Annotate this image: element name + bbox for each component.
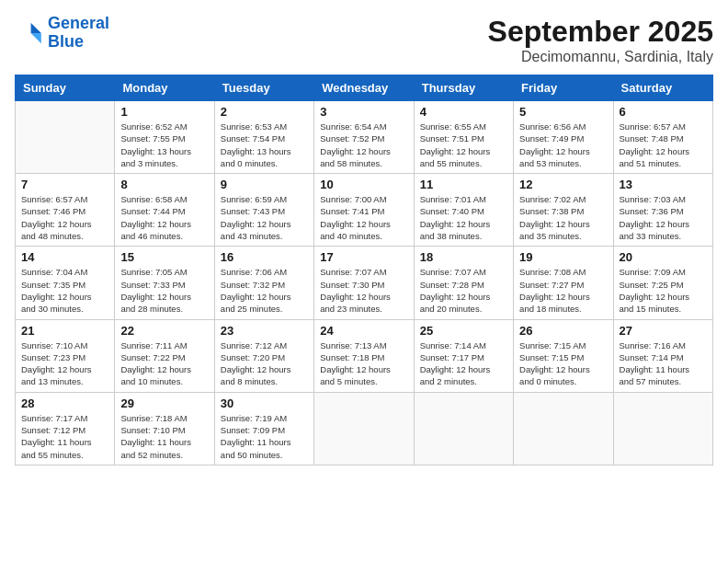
calendar-cell: 12Sunrise: 7:02 AM Sunset: 7:38 PM Dayli… (514, 174, 613, 247)
day-number: 11 (420, 178, 507, 191)
location: Decimomannu, Sardinia, Italy (488, 49, 713, 65)
calendar-cell: 10Sunrise: 7:00 AM Sunset: 7:41 PM Dayli… (314, 174, 414, 247)
cell-info: Sunrise: 6:58 AM Sunset: 7:44 PM Dayligh… (120, 193, 208, 242)
day-number: 25 (420, 324, 507, 338)
calendar-cell: 28Sunrise: 7:17 AM Sunset: 7:12 PM Dayli… (16, 392, 115, 465)
weekday-header: Sunday (16, 75, 115, 101)
day-number: 20 (620, 250, 707, 264)
calendar-cell: 2Sunrise: 6:53 AM Sunset: 7:54 PM Daylig… (214, 101, 313, 174)
cell-info: Sunrise: 7:02 AM Sunset: 7:38 PM Dayligh… (519, 193, 607, 242)
page-header: General Blue September 2025 Decimomannu,… (15, 15, 713, 65)
weekday-header-row: SundayMondayTuesdayWednesdayThursdayFrid… (16, 75, 713, 101)
title-block: September 2025 Decimomannu, Sardinia, It… (488, 15, 713, 65)
cell-info: Sunrise: 6:56 AM Sunset: 7:49 PM Dayligh… (519, 121, 607, 169)
calendar-cell: 14Sunrise: 7:04 AM Sunset: 7:35 PM Dayli… (16, 247, 115, 319)
cell-info: Sunrise: 6:57 AM Sunset: 7:48 PM Dayligh… (620, 121, 707, 169)
day-number: 24 (320, 324, 407, 338)
day-number: 18 (420, 250, 507, 264)
calendar-cell: 29Sunrise: 7:18 AM Sunset: 7:10 PM Dayli… (115, 392, 214, 465)
cell-info: Sunrise: 7:07 AM Sunset: 7:28 PM Dayligh… (420, 266, 507, 315)
day-number: 3 (320, 105, 407, 119)
weekday-header: Saturday (613, 75, 712, 101)
day-number: 19 (519, 250, 607, 264)
day-number: 26 (519, 324, 607, 338)
day-number: 9 (221, 178, 308, 191)
logo-icon (15, 18, 44, 48)
cell-info: Sunrise: 7:05 AM Sunset: 7:33 PM Dayligh… (120, 266, 208, 315)
svg-marker-1 (31, 33, 41, 43)
cell-info: Sunrise: 7:14 AM Sunset: 7:17 PM Dayligh… (420, 339, 507, 388)
day-number: 7 (21, 178, 108, 191)
calendar-cell: 4Sunrise: 6:55 AM Sunset: 7:51 PM Daylig… (414, 101, 513, 174)
weekday-header: Wednesday (314, 75, 414, 101)
calendar-cell: 6Sunrise: 6:57 AM Sunset: 7:48 PM Daylig… (613, 101, 712, 174)
cell-info: Sunrise: 7:12 AM Sunset: 7:20 PM Dayligh… (221, 339, 308, 388)
calendar-cell: 20Sunrise: 7:09 AM Sunset: 7:25 PM Dayli… (613, 247, 712, 319)
cell-info: Sunrise: 7:15 AM Sunset: 7:15 PM Dayligh… (519, 339, 607, 388)
day-number: 14 (21, 250, 108, 264)
calendar-cell: 18Sunrise: 7:07 AM Sunset: 7:28 PM Dayli… (414, 247, 513, 319)
cell-info: Sunrise: 7:03 AM Sunset: 7:36 PM Dayligh… (620, 193, 707, 242)
calendar-cell: 21Sunrise: 7:10 AM Sunset: 7:23 PM Dayli… (16, 319, 115, 392)
calendar-cell (414, 392, 513, 465)
day-number: 23 (221, 324, 308, 338)
day-number: 30 (221, 396, 308, 410)
calendar-cell: 25Sunrise: 7:14 AM Sunset: 7:17 PM Dayli… (414, 319, 513, 392)
cell-info: Sunrise: 7:17 AM Sunset: 7:12 PM Dayligh… (21, 412, 108, 461)
calendar-cell (514, 392, 613, 465)
day-number: 12 (519, 178, 607, 191)
logo: General Blue (15, 15, 109, 52)
cell-info: Sunrise: 6:57 AM Sunset: 7:46 PM Dayligh… (21, 193, 108, 242)
cell-info: Sunrise: 6:59 AM Sunset: 7:43 PM Dayligh… (221, 193, 308, 242)
calendar-week-row: 28Sunrise: 7:17 AM Sunset: 7:12 PM Dayli… (16, 392, 713, 465)
calendar-cell: 5Sunrise: 6:56 AM Sunset: 7:49 PM Daylig… (514, 101, 613, 174)
day-number: 8 (120, 178, 208, 191)
calendar-cell: 30Sunrise: 7:19 AM Sunset: 7:09 PM Dayli… (214, 392, 313, 465)
day-number: 27 (620, 324, 707, 338)
calendar-cell (16, 101, 115, 174)
cell-info: Sunrise: 7:04 AM Sunset: 7:35 PM Dayligh… (21, 266, 108, 315)
day-number: 16 (221, 250, 308, 264)
cell-info: Sunrise: 7:00 AM Sunset: 7:41 PM Dayligh… (320, 193, 407, 242)
calendar-cell: 22Sunrise: 7:11 AM Sunset: 7:22 PM Dayli… (115, 319, 214, 392)
calendar-week-row: 14Sunrise: 7:04 AM Sunset: 7:35 PM Dayli… (16, 247, 713, 319)
calendar-week-row: 21Sunrise: 7:10 AM Sunset: 7:23 PM Dayli… (16, 319, 713, 392)
cell-info: Sunrise: 7:13 AM Sunset: 7:18 PM Dayligh… (320, 339, 407, 388)
calendar-cell (314, 392, 414, 465)
day-number: 5 (519, 105, 607, 119)
day-number: 15 (120, 250, 208, 264)
weekday-header: Thursday (414, 75, 513, 101)
cell-info: Sunrise: 6:54 AM Sunset: 7:52 PM Dayligh… (320, 121, 407, 169)
month-title: September 2025 (488, 15, 713, 49)
cell-info: Sunrise: 7:11 AM Sunset: 7:22 PM Dayligh… (120, 339, 208, 388)
cell-info: Sunrise: 7:19 AM Sunset: 7:09 PM Dayligh… (221, 412, 308, 461)
weekday-header: Monday (115, 75, 214, 101)
calendar-cell: 19Sunrise: 7:08 AM Sunset: 7:27 PM Dayli… (514, 247, 613, 319)
day-number: 4 (420, 105, 507, 119)
calendar-week-row: 1Sunrise: 6:52 AM Sunset: 7:55 PM Daylig… (16, 101, 713, 174)
svg-marker-0 (31, 23, 41, 33)
day-number: 13 (620, 178, 707, 191)
cell-info: Sunrise: 7:01 AM Sunset: 7:40 PM Dayligh… (420, 193, 507, 242)
calendar-cell: 26Sunrise: 7:15 AM Sunset: 7:15 PM Dayli… (514, 319, 613, 392)
calendar-cell: 23Sunrise: 7:12 AM Sunset: 7:20 PM Dayli… (214, 319, 313, 392)
day-number: 6 (620, 105, 707, 119)
day-number: 22 (120, 324, 208, 338)
weekday-header: Friday (514, 75, 613, 101)
cell-info: Sunrise: 7:08 AM Sunset: 7:27 PM Dayligh… (519, 266, 607, 315)
day-number: 29 (120, 396, 208, 410)
calendar-cell: 9Sunrise: 6:59 AM Sunset: 7:43 PM Daylig… (214, 174, 313, 247)
cell-info: Sunrise: 6:52 AM Sunset: 7:55 PM Dayligh… (120, 121, 208, 169)
day-number: 1 (120, 105, 208, 119)
cell-info: Sunrise: 7:10 AM Sunset: 7:23 PM Dayligh… (21, 339, 108, 388)
day-number: 10 (320, 178, 407, 191)
calendar-week-row: 7Sunrise: 6:57 AM Sunset: 7:46 PM Daylig… (16, 174, 713, 247)
calendar-cell: 7Sunrise: 6:57 AM Sunset: 7:46 PM Daylig… (16, 174, 115, 247)
calendar: SundayMondayTuesdayWednesdayThursdayFrid… (15, 75, 713, 465)
logo-text: General Blue (48, 15, 109, 52)
calendar-cell: 16Sunrise: 7:06 AM Sunset: 7:32 PM Dayli… (214, 247, 313, 319)
cell-info: Sunrise: 6:55 AM Sunset: 7:51 PM Dayligh… (420, 121, 507, 169)
day-number: 21 (21, 324, 108, 338)
cell-info: Sunrise: 7:07 AM Sunset: 7:30 PM Dayligh… (320, 266, 407, 315)
cell-info: Sunrise: 7:18 AM Sunset: 7:10 PM Dayligh… (120, 412, 208, 461)
